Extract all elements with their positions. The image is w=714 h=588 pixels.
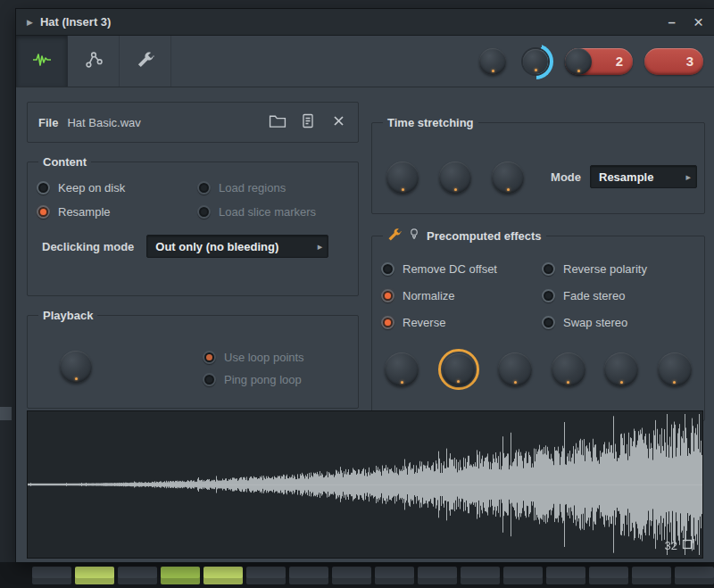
folder-icon (269, 114, 286, 131)
option-load-regions[interactable]: Load regions (197, 181, 349, 195)
step-sequencer-strip (0, 562, 714, 588)
radio-off-icon (37, 181, 50, 195)
content-header: Content (38, 155, 91, 169)
fx-knob-5[interactable] (604, 352, 638, 386)
content-group: Content Keep on disk Load regions Res (27, 155, 359, 296)
ts-knob-1[interactable] (386, 161, 419, 194)
option-use-loop-points[interactable]: Use loop points (203, 351, 304, 364)
sampler-main: File Hat Basic.wav (16, 87, 714, 562)
loop-length-icon[interactable] (682, 538, 695, 553)
toolbar: 2 3 (16, 36, 714, 87)
channel-knob-cluster: 2 3 (479, 36, 714, 87)
wrench-icon (137, 51, 154, 71)
stretch-mode-dropdown[interactable]: Resample ▸ (590, 165, 697, 188)
step-cell[interactable] (632, 567, 671, 584)
step-cell[interactable] (418, 567, 457, 584)
option-keep-on-disk[interactable]: Keep on disk (37, 181, 194, 195)
fx-knob-6[interactable] (658, 352, 692, 386)
step-cell[interactable] (161, 567, 200, 584)
step-cell[interactable] (32, 567, 71, 584)
wrench-orange-icon[interactable] (387, 228, 402, 244)
playback-knob[interactable] (60, 351, 92, 383)
tab-sample[interactable] (16, 36, 68, 87)
radio-off-icon (542, 316, 555, 329)
collapse-arrow-icon[interactable]: ▶ (27, 18, 33, 27)
desktop-background: ▶ Hat (Insert 3) – × (0, 0, 714, 588)
step-cell[interactable] (118, 567, 157, 584)
waveform-icon (30, 51, 54, 71)
fx-knob-2-highlight (438, 349, 479, 390)
radio-on-disabled-icon (203, 351, 216, 364)
precomputed-effects-group: Precomputed effects Remove DC offset Rev… (371, 227, 705, 421)
step-cell[interactable] (375, 567, 414, 584)
option-remove-dc-offset[interactable]: Remove DC offset (381, 262, 538, 276)
step-cell[interactable] (461, 567, 500, 584)
dropdown-arrow-icon: ▸ (318, 241, 323, 253)
browse-sample-button[interactable] (265, 112, 290, 133)
option-swap-stereo[interactable]: Swap stereo (542, 316, 695, 329)
option-reverse[interactable]: Reverse (381, 316, 538, 329)
tab-envelope[interactable] (68, 36, 120, 87)
option-ping-pong-loop[interactable]: Ping pong loop (203, 373, 304, 386)
file-label: File (38, 116, 58, 129)
edit-sample-button[interactable] (295, 112, 320, 133)
declicking-mode-dropdown[interactable]: Out only (no bleeding) ▸ (146, 235, 328, 258)
close-button[interactable]: × (693, 13, 703, 30)
waveform-canvas[interactable] (28, 411, 702, 558)
step-cell[interactable] (289, 567, 328, 584)
node-graph-icon (84, 51, 104, 71)
radio-off-icon (542, 262, 555, 276)
badge-2-value: 2 (616, 54, 633, 69)
fx-knob-3[interactable] (498, 352, 532, 386)
fx-knob-4[interactable] (552, 352, 585, 386)
fx-knob-1[interactable] (385, 352, 419, 386)
fx-knob-2[interactable] (443, 353, 475, 385)
step-cell[interactable] (203, 567, 243, 584)
document-icon (301, 113, 315, 132)
titlebar[interactable]: ▶ Hat (Insert 3) – × (16, 9, 714, 36)
toolbar-knob-a[interactable] (479, 48, 506, 75)
step-cell[interactable] (246, 567, 286, 584)
step-cell[interactable] (589, 567, 628, 584)
option-normalize[interactable]: Normalize (381, 289, 538, 302)
mode-label: Mode (551, 170, 581, 184)
toolbar-knob-b-arc (518, 44, 553, 79)
waveform-panel[interactable]: 32 (27, 410, 703, 559)
badge-3-pill[interactable]: 3 (644, 48, 703, 75)
tab-misc[interactable] (120, 36, 171, 87)
step-cell[interactable] (546, 567, 585, 584)
toolbar-knob-c[interactable] (565, 48, 592, 75)
step-cell[interactable] (332, 567, 371, 584)
unload-sample-button[interactable] (326, 112, 351, 133)
bulb-icon[interactable] (408, 227, 420, 244)
precomputed-header: Precomputed effects (427, 229, 542, 243)
option-fade-stereo[interactable]: Fade stereo (542, 289, 695, 302)
declicking-mode-label: Declicking mode (42, 240, 134, 253)
pattern-strip (32, 567, 714, 584)
radio-off-icon (542, 289, 555, 302)
option-resample[interactable]: Resample (37, 205, 194, 219)
background-window-fragment (0, 407, 12, 420)
ts-knob-2[interactable] (439, 161, 471, 194)
step-cell[interactable] (675, 567, 714, 584)
option-reverse-polarity[interactable]: Reverse polarity (542, 262, 695, 276)
file-name: Hat Basic.wav (67, 116, 140, 129)
sampler-window: ▶ Hat (Insert 3) – × (16, 9, 714, 562)
file-box: File Hat Basic.wav (27, 102, 359, 143)
radio-disabled-icon (197, 181, 211, 195)
step-cell[interactable] (503, 567, 543, 584)
option-load-slice-markers[interactable]: Load slice markers (197, 205, 349, 219)
time-stretching-header: Time stretching (383, 116, 478, 129)
badge-2-pill[interactable]: 2 (565, 48, 633, 75)
playback-group: Playback Use loop points Ping pong loop (27, 309, 359, 409)
toolbar-knob-b[interactable] (523, 49, 548, 74)
close-x-icon (332, 114, 345, 130)
step-cell[interactable] (75, 567, 114, 584)
minimize-button[interactable]: – (668, 15, 676, 29)
window-title: Hat (Insert 3) (40, 15, 111, 29)
ts-knob-3[interactable] (492, 161, 524, 194)
playback-header: Playback (38, 309, 97, 322)
radio-on-icon (381, 316, 394, 329)
radio-on-icon (381, 289, 394, 302)
radio-on-icon (37, 205, 50, 219)
